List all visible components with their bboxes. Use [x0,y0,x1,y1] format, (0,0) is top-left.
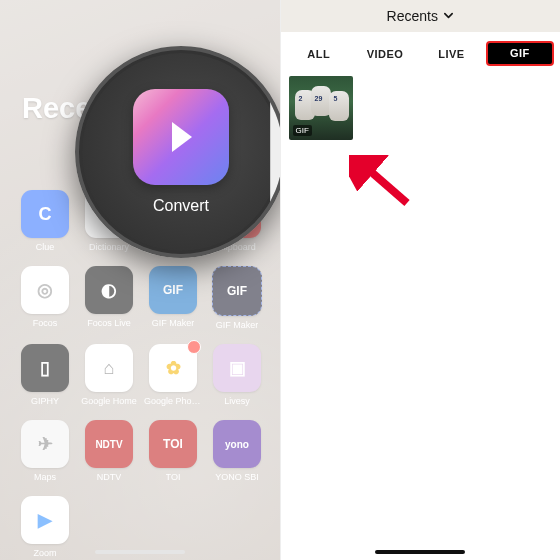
zoom-lens: Convert [75,46,281,258]
app-focos-live[interactable]: ◐Focos Live [80,266,138,330]
app-focos[interactable]: ◎Focos [16,266,74,330]
home-indicator[interactable] [375,550,465,554]
media-picker-screen: Recents ALL VIDEO LIVE GIF 2 29 5 GIF [281,0,561,560]
app-zoom[interactable]: ▶Zoom [16,496,74,558]
app-gif-maker-2[interactable]: GIFGIF Maker [208,266,266,330]
app-ndtv[interactable]: NDTVNDTV [80,420,138,482]
tab-video[interactable]: VIDEO [353,42,417,66]
album-selector[interactable]: Recents [281,0,561,32]
app-gif-maker-1[interactable]: GIFGIF Maker [144,266,202,330]
app-livesy[interactable]: ▣Livesy [208,344,266,406]
media-type-tabs: ALL VIDEO LIVE GIF [281,32,561,72]
chevron-down-icon [443,8,454,24]
ios-home-screen: Recently CClue ●Dictionary 📕Dictionary F… [0,0,281,560]
gif-badge: GIF [293,125,312,136]
app-giphy[interactable]: ▯GIPHY [16,344,74,406]
home-indicator[interactable] [95,550,185,554]
album-label: Recents [387,8,438,24]
notification-badge [187,340,201,354]
app-toi[interactable]: TOITOI [144,420,202,482]
tab-live[interactable]: LIVE [419,42,483,66]
gif-thumbnail[interactable]: 2 29 5 GIF [289,76,353,140]
svg-line-0 [361,163,407,203]
app-google-home[interactable]: ⌂Google Home [80,344,138,406]
tab-gif[interactable]: GIF [486,41,554,66]
app-google-photos[interactable]: ✿Google Photos [144,344,202,406]
app-yono-sbi[interactable]: yonoYONO SBI [208,420,266,482]
convert-app-icon[interactable] [133,89,229,185]
screenshot-container: Recently CClue ●Dictionary 📕Dictionary F… [0,0,560,560]
thumbnail-image: 2 29 5 [295,86,347,126]
play-chevron-icon [154,110,208,164]
instruction-arrow-icon [349,155,419,210]
app-maps[interactable]: ✈Maps [16,420,74,482]
convert-app-label: Convert [153,197,209,215]
app-clue[interactable]: CClue [16,190,74,252]
tab-all[interactable]: ALL [287,42,351,66]
